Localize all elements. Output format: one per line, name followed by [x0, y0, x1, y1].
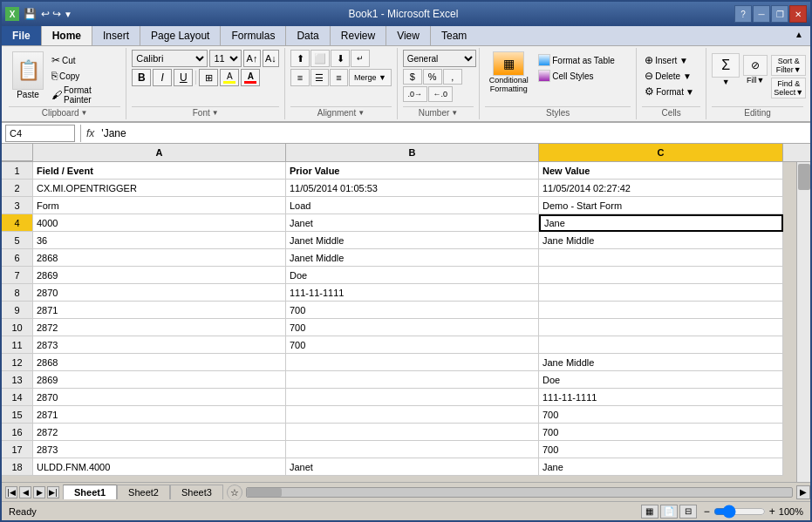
row-number[interactable]: 18 [2, 458, 33, 476]
conditional-formatting-button[interactable]: ▦ Conditional Formatting [485, 50, 532, 95]
number-format-select[interactable]: General [403, 50, 476, 67]
cell-a[interactable]: 2870 [33, 284, 286, 302]
row-number[interactable]: 11 [2, 336, 33, 354]
page-break-view-btn[interactable]: ⊟ [679, 505, 697, 519]
zoom-slider[interactable] [713, 508, 766, 515]
find-select-button[interactable]: Find &Select▼ [771, 78, 806, 98]
horizontal-scrollbar[interactable] [246, 487, 793, 498]
font-name-select[interactable]: Calibri [132, 50, 208, 67]
cell-b[interactable]: 11/05/2014 01:05:53 [286, 180, 539, 197]
insert-cells-button[interactable]: ⊕Insert ▼ [642, 53, 700, 67]
cell-a[interactable]: 2869 [33, 371, 286, 389]
cell-b[interactable]: 700 [286, 336, 539, 354]
merge-center-btn[interactable]: Merge ▼ [349, 69, 391, 86]
paste-button[interactable]: 📋 Paste [9, 50, 47, 101]
row-number[interactable]: 2 [2, 180, 33, 197]
cell-c[interactable]: Jane [539, 214, 783, 232]
wrap-text-btn[interactable]: ↵ [351, 50, 370, 67]
row-number[interactable]: 12 [2, 354, 33, 371]
cell-c[interactable] [539, 249, 783, 267]
cell-b[interactable]: Janet Middle [286, 249, 539, 267]
cell-b[interactable]: 700 [286, 319, 539, 336]
cell-c[interactable]: 700 [539, 406, 783, 424]
normal-view-btn[interactable]: ▦ [641, 505, 658, 519]
name-box[interactable] [5, 125, 75, 142]
sheet-tab-1[interactable]: Sheet1 [63, 485, 117, 499]
cell-a[interactable]: 2870 [33, 389, 286, 406]
cell-c[interactable]: Jane Middle [539, 354, 783, 371]
align-middle-btn[interactable]: ⬜ [310, 50, 330, 67]
cell-a[interactable]: 2868 [33, 354, 286, 371]
delete-cells-button[interactable]: ⊖Delete ▼ [642, 69, 700, 83]
cell-a[interactable]: 2871 [33, 406, 286, 424]
sheet-tab-3[interactable]: Sheet3 [170, 485, 223, 499]
autosum-button[interactable]: Σ ▼ [712, 53, 740, 86]
increase-font-btn[interactable]: A↑ [243, 50, 260, 67]
comma-btn[interactable]: , [443, 69, 462, 85]
cell-a[interactable]: 2871 [33, 302, 286, 319]
currency-btn[interactable]: $ [403, 69, 422, 85]
bold-btn[interactable]: B [132, 69, 151, 86]
cell-a[interactable]: 2873 [33, 441, 286, 458]
cell-a[interactable]: 2868 [33, 249, 286, 267]
cell-b[interactable]: Janet [286, 458, 539, 476]
cell-a[interactable]: 2869 [33, 267, 286, 284]
row-number[interactable]: 14 [2, 389, 33, 406]
row-number[interactable]: 5 [2, 232, 33, 249]
row-number[interactable]: 9 [2, 302, 33, 319]
help-btn[interactable]: ? [734, 5, 752, 23]
cell-b[interactable]: 700 [286, 302, 539, 319]
row-number[interactable]: 17 [2, 441, 33, 458]
align-bottom-btn[interactable]: ⬇ [331, 50, 350, 67]
align-left-btn[interactable]: ≡ [290, 69, 309, 86]
quick-access-more[interactable]: ▼ [64, 10, 72, 19]
format-as-table-button[interactable]: Format as Table [536, 53, 618, 67]
quick-access-save[interactable]: 💾 [22, 8, 38, 20]
row-number[interactable]: 16 [2, 424, 33, 441]
formula-input[interactable] [98, 125, 807, 142]
tab-insert[interactable]: Insert [92, 26, 140, 45]
row-number[interactable]: 1 [2, 162, 33, 180]
minimize-btn[interactable]: ─ [753, 5, 770, 23]
cell-styles-button[interactable]: Cell Styles [536, 69, 618, 83]
vertical-scrollbar[interactable] [796, 162, 810, 482]
row-number[interactable]: 10 [2, 319, 33, 336]
cell-a[interactable]: Form [33, 197, 286, 214]
cell-c[interactable] [539, 336, 783, 354]
cell-c[interactable]: 700 [539, 441, 783, 458]
cell-c[interactable]: Jane [539, 458, 783, 476]
row-number[interactable]: 6 [2, 249, 33, 267]
col-header-a[interactable]: A [33, 144, 286, 161]
sort-filter-button[interactable]: Sort &Filter▼ [771, 55, 806, 76]
copy-button[interactable]: ⎘Copy [49, 69, 120, 83]
align-center-btn[interactable]: ☰ [310, 69, 329, 86]
cell-a[interactable]: 4000 [33, 214, 286, 232]
restore-btn[interactable]: ❐ [771, 5, 788, 23]
cell-b[interactable] [286, 424, 539, 441]
cell-b[interactable] [286, 371, 539, 389]
font-color-btn[interactable]: A [241, 69, 260, 86]
tab-page-layout[interactable]: Page Layout [140, 26, 221, 45]
percent-btn[interactable]: % [423, 69, 442, 85]
row-number[interactable]: 13 [2, 371, 33, 389]
close-btn[interactable]: ✕ [789, 5, 807, 23]
cut-button[interactable]: ✂Cut [49, 53, 120, 67]
cell-c[interactable]: New Value [539, 162, 783, 180]
row-number[interactable]: 7 [2, 267, 33, 284]
page-layout-view-btn[interactable]: 📄 [660, 505, 678, 519]
sheet-nav-last[interactable]: ▶| [47, 486, 59, 498]
font-size-select[interactable]: 11 [209, 50, 242, 67]
cell-b[interactable]: Janet Middle [286, 232, 539, 249]
zoom-out-btn[interactable]: − [704, 505, 710, 518]
border-btn[interactable]: ⊞ [199, 69, 218, 86]
sheet-nav-prev[interactable]: ◀ [19, 486, 31, 498]
row-number[interactable]: 15 [2, 406, 33, 424]
cell-a[interactable]: 2872 [33, 424, 286, 441]
quick-access-undo[interactable]: ↩ [41, 8, 50, 20]
cell-a[interactable]: ULDD.FNM.4000 [33, 458, 286, 476]
cell-b[interactable] [286, 389, 539, 406]
cell-b[interactable]: Load [286, 197, 539, 214]
quick-access-redo[interactable]: ↪ [52, 8, 61, 20]
align-right-btn[interactable]: ≡ [330, 69, 348, 86]
align-top-btn[interactable]: ⬆ [290, 50, 310, 67]
